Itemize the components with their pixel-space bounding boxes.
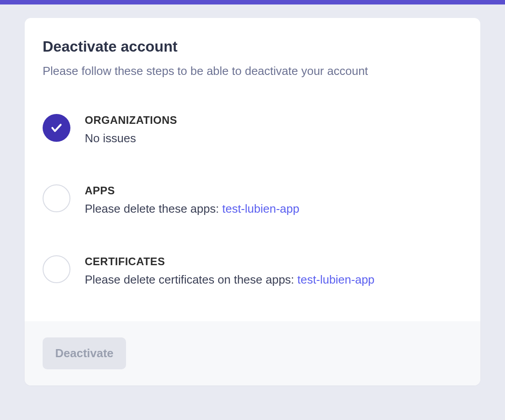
app-link[interactable]: test-lubien-app [297,273,374,286]
step-apps: APPS Please delete these apps: test-lubi… [43,184,462,217]
page-wrapper: Deactivate account Please follow these s… [0,4,505,385]
deactivate-button[interactable]: Deactivate [43,337,126,369]
step-message-text: Please delete these apps: [85,202,222,215]
app-link[interactable]: test-lubien-app [222,202,299,215]
step-message: No issues [85,130,462,146]
step-content: CERTIFICATES Please delete certificates … [85,255,462,288]
step-certificates: CERTIFICATES Please delete certificates … [43,255,462,288]
card-body: Deactivate account Please follow these s… [25,18,480,321]
deactivate-card: Deactivate account Please follow these s… [25,18,480,385]
page-title: Deactivate account [43,38,462,55]
step-organizations: ORGANIZATIONS No issues [43,114,462,146]
step-status-circle [43,255,70,283]
page-subtitle: Please follow these steps to be able to … [43,64,462,78]
step-label: ORGANIZATIONS [85,114,462,127]
step-status-circle [43,184,70,212]
step-content: APPS Please delete these apps: test-lubi… [85,184,462,217]
step-content: ORGANIZATIONS No issues [85,114,462,146]
step-message: Please delete these apps: test-lubien-ap… [85,201,462,217]
step-status-circle [43,114,70,142]
step-label: CERTIFICATES [85,255,462,268]
step-label: APPS [85,184,462,197]
card-footer: Deactivate [25,321,480,385]
step-message-text: Please delete certificates on these apps… [85,273,297,286]
top-accent-bar [0,0,505,4]
step-message: Please delete certificates on these apps… [85,271,462,288]
check-icon [50,122,63,134]
